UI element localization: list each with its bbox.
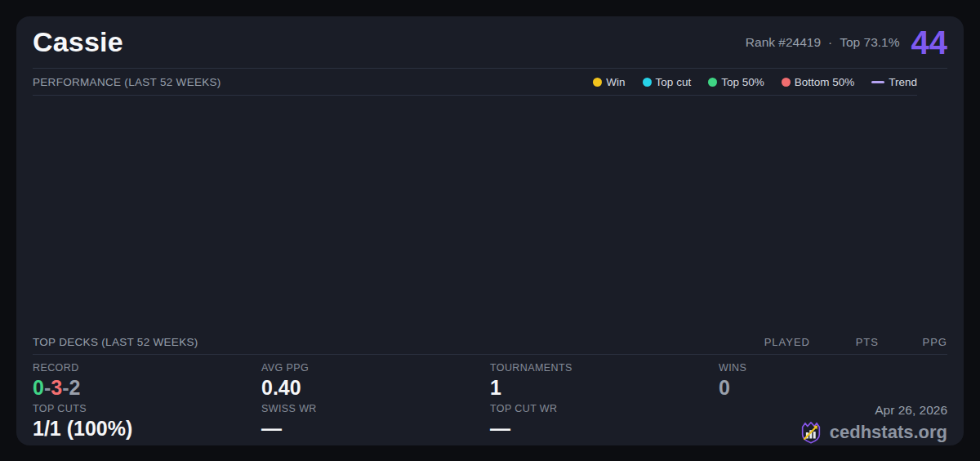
stat-label: TOURNAMENTS xyxy=(490,362,719,374)
stat-label: AVG PPG xyxy=(261,362,490,374)
legend-item-bottom-50: Bottom 50% xyxy=(782,76,855,88)
record-value: 0-3-2 xyxy=(33,376,261,400)
stat-wins: WINS 0 xyxy=(719,362,947,400)
date-text: Apr 26, 2026 xyxy=(719,403,947,418)
cedhstats-shield-logo-icon xyxy=(799,420,823,445)
legend-label: Top 50% xyxy=(721,76,764,88)
top-cut-dot-icon xyxy=(643,78,652,87)
score-value: 44 xyxy=(911,26,948,59)
record-separator: - xyxy=(44,376,51,399)
top-cuts-value: 1/1 (100%) xyxy=(33,417,261,441)
top-decks-header-row: TOP DECKS (LAST 52 WEEKS) PLAYED PTS PPG xyxy=(33,330,947,355)
record-wins: 0 xyxy=(33,376,44,399)
player-stats-card: Cassie Rank #24419 · Top 73.1% 44 PERFOR… xyxy=(16,16,964,445)
stat-top-cuts: TOP CUTS 1/1 (100%) xyxy=(33,403,261,445)
legend-label: Trend xyxy=(889,76,917,88)
top-50-dot-icon xyxy=(708,78,717,87)
stat-swiss-wr: SWISS WR — xyxy=(261,403,490,445)
card-header: Cassie Rank #24419 · Top 73.1% 44 xyxy=(33,16,947,69)
stat-tournaments: TOURNAMENTS 1 xyxy=(490,362,719,400)
performance-section-title: PERFORMANCE (LAST 52 WEEKS) xyxy=(33,76,221,88)
record-losses: 3 xyxy=(51,376,62,399)
stat-label: SWISS WR xyxy=(261,403,490,414)
top-decks-section-title: TOP DECKS (LAST 52 WEEKS) xyxy=(33,336,198,348)
rank-line: Rank #24419 · Top 73.1% xyxy=(746,35,900,50)
legend-item-trend: Trend xyxy=(871,76,917,88)
performance-header-row: PERFORMANCE (LAST 52 WEEKS) Win Top cut … xyxy=(33,69,917,96)
stat-label: RECORD xyxy=(33,362,261,374)
top-decks-column-headers: PLAYED PTS PPG xyxy=(742,336,947,348)
stat-avg-ppg: AVG PPG 0.40 xyxy=(261,362,490,400)
bottom-50-dot-icon xyxy=(782,78,791,87)
top-cut-wr-value: — xyxy=(490,417,719,441)
rank-separator-dot: · xyxy=(828,35,832,50)
page-title: Cassie xyxy=(33,26,123,58)
top-percent-text: Top 73.1% xyxy=(840,35,899,50)
header-right: Rank #24419 · Top 73.1% 44 xyxy=(746,26,947,59)
column-header-ppg: PPG xyxy=(879,336,947,348)
stats-grid: RECORD 0-3-2 AVG PPG 0.40 TOURNAMENTS 1 … xyxy=(33,355,947,445)
chart-legend: Win Top cut Top 50% Bottom 50% Trend xyxy=(593,76,917,88)
wins-value: 0 xyxy=(719,376,947,400)
record-draws: 2 xyxy=(69,376,80,399)
column-header-played: PLAYED xyxy=(742,336,810,348)
stat-top-cut-wr: TOP CUT WR — xyxy=(490,403,719,445)
legend-item-win: Win xyxy=(593,76,625,88)
rank-text: Rank #24419 xyxy=(746,35,821,50)
stat-record: RECORD 0-3-2 xyxy=(33,362,261,400)
legend-label: Top cut xyxy=(656,76,692,88)
brand-link[interactable]: cedhstats.org xyxy=(799,420,947,445)
trend-line-icon xyxy=(871,81,884,83)
stat-label: TOP CUT WR xyxy=(490,403,719,414)
footer-cell: Apr 26, 2026 cedhstats.org xyxy=(719,403,947,445)
legend-label: Win xyxy=(606,76,625,88)
legend-item-top-50: Top 50% xyxy=(708,76,764,88)
legend-item-top-cut: Top cut xyxy=(643,76,692,88)
win-dot-icon xyxy=(593,78,602,87)
stat-label: TOP CUTS xyxy=(33,403,261,414)
avg-ppg-value: 0.40 xyxy=(261,376,490,400)
tournaments-value: 1 xyxy=(490,376,719,400)
stat-label: WINS xyxy=(719,362,947,374)
brand-text: cedhstats.org xyxy=(830,422,947,443)
swiss-wr-value: — xyxy=(261,417,490,441)
performance-chart-plot-area xyxy=(33,96,947,330)
legend-label: Bottom 50% xyxy=(795,76,855,88)
column-header-pts: PTS xyxy=(810,336,879,348)
